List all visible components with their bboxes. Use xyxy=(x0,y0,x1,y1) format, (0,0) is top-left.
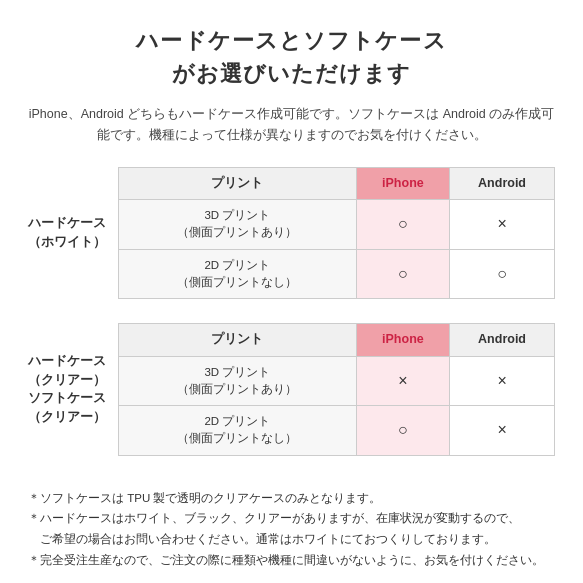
col-iphone-header2: iPhone xyxy=(356,324,449,357)
section2-label: ハードケース（クリアー）ソフトケース（クリアー） xyxy=(28,323,118,456)
col-android-header2: Android xyxy=(450,324,555,357)
main-title: ハードケースとソフトケース がお選びいただけます xyxy=(28,24,555,90)
section2: ハードケース（クリアー）ソフトケース（クリアー） プリント iPhone And… xyxy=(28,323,555,456)
section2-row-label-0: 3D プリント（側面プリントあり） xyxy=(119,356,357,406)
section1-table: プリント iPhone Android 3D プリント（側面プリントあり）○×2… xyxy=(118,167,555,300)
note-2: ＊完全受注生産なので、ご注文の際に種類や機種に間違いがないように、お気を付けくだ… xyxy=(28,550,555,571)
section2-iphone-0: × xyxy=(356,356,449,406)
section2-android-0: × xyxy=(450,356,555,406)
note-1: ＊ハードケースはホワイト、ブラック、クリアーがありますが、在庫状況が変動するので… xyxy=(28,508,555,549)
section1-android-0: × xyxy=(450,200,555,250)
section2-android-1: × xyxy=(450,406,555,456)
section1-iphone-1: ○ xyxy=(356,249,449,299)
section1: ハードケース（ホワイト） プリント iPhone Android 3D プリント… xyxy=(28,167,555,300)
section1-iphone-0: ○ xyxy=(356,200,449,250)
section1-row-label-0: 3D プリント（側面プリントあり） xyxy=(119,200,357,250)
section2-row-label-1: 2D プリント（側面プリントなし） xyxy=(119,406,357,456)
section1-row-label-1: 2D プリント（側面プリントなし） xyxy=(119,249,357,299)
col-print-header: プリント xyxy=(119,167,357,200)
col-android-header: Android xyxy=(450,167,555,200)
comparison-table: ハードケース（ホワイト） プリント iPhone Android 3D プリント… xyxy=(28,167,555,470)
col-print-header2: プリント xyxy=(119,324,357,357)
section1-label: ハードケース（ホワイト） xyxy=(28,167,118,300)
col-iphone-header: iPhone xyxy=(356,167,449,200)
section1-android-1: ○ xyxy=(450,249,555,299)
section2-iphone-1: ○ xyxy=(356,406,449,456)
notes-section: ＊ソフトケースは TPU 製で透明のクリアケースのみとなります。＊ハードケースは… xyxy=(28,488,555,571)
section2-table: プリント iPhone Android 3D プリント（側面プリントあり）××2… xyxy=(118,323,555,456)
subtitle: iPhone、Android どちらもハードケース作成可能です。ソフトケースは … xyxy=(28,104,555,147)
note-0: ＊ソフトケースは TPU 製で透明のクリアケースのみとなります。 xyxy=(28,488,555,509)
